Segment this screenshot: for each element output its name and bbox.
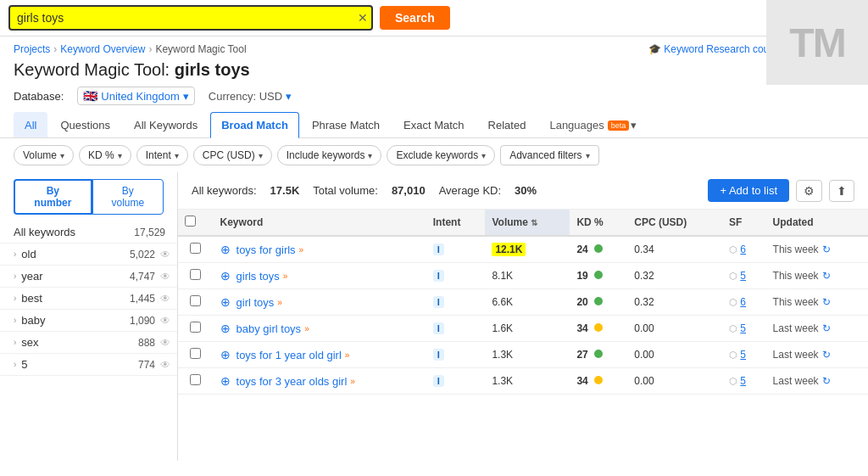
refresh-icon[interactable]: ↻ bbox=[822, 349, 831, 361]
row-cpc-cell: 0.32 bbox=[627, 263, 722, 289]
tab-languages[interactable]: Languages beta ▾ bbox=[538, 112, 648, 137]
sf-value[interactable]: 6 bbox=[740, 296, 746, 308]
refresh-icon[interactable]: ↻ bbox=[822, 375, 831, 387]
row-checkbox-cell bbox=[178, 236, 214, 263]
add-to-list-button[interactable]: + Add to list bbox=[708, 179, 789, 202]
keyword-link[interactable]: toys for 3 year olds girl bbox=[236, 375, 348, 388]
filter-include[interactable]: Include keywords ▾ bbox=[277, 145, 382, 165]
filter-intent[interactable]: Intent ▾ bbox=[136, 145, 188, 165]
eye-icon[interactable]: 👁 bbox=[160, 249, 170, 260]
filter-volume[interactable]: Volume ▾ bbox=[14, 145, 74, 165]
refresh-icon[interactable]: ↻ bbox=[822, 244, 831, 255]
search-button[interactable]: Search bbox=[380, 6, 450, 30]
add-keyword-icon[interactable]: ⊕ bbox=[220, 322, 231, 335]
sf-value[interactable]: 5 bbox=[740, 375, 746, 387]
eye-icon[interactable]: 👁 bbox=[160, 271, 170, 283]
row-volume-cell: 1.3K bbox=[485, 368, 570, 395]
filter-kd[interactable]: KD % ▾ bbox=[79, 145, 131, 165]
row-checkbox[interactable] bbox=[190, 348, 201, 359]
updated-value: Last week ↻ bbox=[773, 349, 861, 361]
search-input[interactable] bbox=[8, 5, 373, 31]
database-label: Database: bbox=[14, 90, 64, 103]
sidebar-item-old[interactable]: › old 5,022 👁 bbox=[0, 244, 177, 266]
export-icon-button[interactable]: ⬆ bbox=[829, 180, 854, 202]
add-keyword-icon[interactable]: ⊕ bbox=[220, 243, 231, 256]
clear-button[interactable]: ✕ bbox=[358, 11, 368, 25]
updated-value: This week ↻ bbox=[773, 244, 861, 255]
row-checkbox[interactable] bbox=[190, 295, 201, 306]
sf-icon[interactable]: ⬡ bbox=[729, 350, 737, 360]
sf-icon[interactable]: ⬡ bbox=[729, 323, 737, 333]
tab-phrase-match[interactable]: Phrase Match bbox=[301, 112, 391, 137]
col-volume[interactable]: Volume ⇅ bbox=[485, 210, 570, 236]
sf-icon[interactable]: ⬡ bbox=[729, 297, 737, 307]
eye-icon[interactable]: 👁 bbox=[160, 337, 170, 349]
row-intent-cell: I bbox=[426, 289, 486, 316]
sidebar-item-year[interactable]: › year 4,747 👁 bbox=[0, 266, 177, 288]
keyword-link[interactable]: girls toys bbox=[236, 270, 280, 283]
keyword-link[interactable]: girl toys bbox=[236, 296, 275, 309]
sidebar-item-5[interactable]: › 5 774 👁 bbox=[0, 354, 177, 376]
sf-value[interactable]: 6 bbox=[740, 244, 746, 255]
filter-advanced[interactable]: Advanced filters ▾ bbox=[500, 145, 598, 165]
add-keyword-icon[interactable]: ⊕ bbox=[220, 348, 231, 361]
eye-icon[interactable]: 👁 bbox=[160, 293, 170, 305]
chevron-right-icon: › bbox=[14, 249, 16, 259]
volume-value: 1.6K bbox=[492, 322, 513, 334]
keyword-link[interactable]: baby girl toys bbox=[236, 322, 302, 335]
row-checkbox[interactable] bbox=[190, 269, 201, 280]
select-all-checkbox[interactable] bbox=[185, 216, 196, 227]
toggle-by-number[interactable]: By number bbox=[14, 179, 92, 215]
sidebar-item-sex[interactable]: › sex 888 👁 bbox=[0, 332, 177, 354]
page-title-row: Keyword Magic Tool: girls toys bbox=[0, 57, 868, 85]
sf-value[interactable]: 5 bbox=[740, 270, 746, 282]
settings-icon-button[interactable]: ⚙ bbox=[796, 180, 822, 202]
tab-exact-match[interactable]: Exact Match bbox=[392, 112, 476, 137]
add-keyword-icon[interactable]: ⊕ bbox=[220, 269, 231, 283]
row-checkbox[interactable] bbox=[190, 243, 201, 254]
row-checkbox[interactable] bbox=[190, 322, 201, 333]
sf-icon[interactable]: ⬡ bbox=[729, 271, 737, 281]
chevron-down-icon: ▾ bbox=[481, 151, 486, 160]
database-selector[interactable]: 🇬🇧 United Kingdom ▾ bbox=[77, 87, 195, 105]
kd-value: 19 bbox=[576, 270, 587, 282]
row-checkbox[interactable] bbox=[190, 374, 201, 385]
filter-exclude[interactable]: Exclude keywords ▾ bbox=[387, 145, 495, 165]
refresh-icon[interactable]: ↻ bbox=[822, 296, 831, 308]
breadcrumb-keyword-overview[interactable]: Keyword Overview bbox=[60, 43, 145, 55]
keyword-link[interactable]: toys for 1 year old girl bbox=[236, 349, 342, 361]
intent-badge: I bbox=[433, 244, 444, 255]
eye-icon[interactable]: 👁 bbox=[160, 359, 170, 371]
add-keyword-icon[interactable]: ⊕ bbox=[220, 295, 231, 309]
tab-all-keywords[interactable]: All Keywords bbox=[123, 112, 209, 137]
tab-questions[interactable]: Questions bbox=[49, 112, 121, 137]
toggle-by-volume[interactable]: By volume bbox=[92, 179, 164, 215]
refresh-icon[interactable]: ↻ bbox=[822, 270, 831, 282]
refresh-icon[interactable]: ↻ bbox=[822, 322, 831, 334]
keyword-research-course-link[interactable]: 🎓 Keyword Research course bbox=[648, 43, 783, 55]
add-keyword-icon[interactable]: ⊕ bbox=[220, 374, 231, 388]
kd-dot bbox=[594, 376, 603, 384]
keyword-link[interactable]: toys for girls bbox=[236, 244, 296, 256]
sf-value[interactable]: 5 bbox=[740, 349, 746, 361]
tab-all[interactable]: All bbox=[14, 112, 47, 137]
tab-broad-match[interactable]: Broad Match bbox=[210, 112, 299, 138]
sidebar-item-all-keywords[interactable]: All keywords 17,529 bbox=[0, 221, 177, 244]
sf-value[interactable]: 5 bbox=[740, 322, 746, 334]
row-checkbox-cell bbox=[178, 289, 214, 316]
keyword-name: ⊕ baby girl toys » bbox=[220, 322, 420, 335]
sf-icon[interactable]: ⬡ bbox=[729, 376, 737, 386]
sidebar-item-baby[interactable]: › baby 1,090 👁 bbox=[0, 310, 177, 332]
keywords-table: Keyword Intent Volume ⇅ KD % CPC (USD) S… bbox=[178, 210, 868, 395]
page-title-prefix: Keyword Magic Tool: bbox=[14, 60, 170, 79]
currency-selector[interactable]: Currency: USD ▾ bbox=[209, 90, 292, 103]
sf-icon[interactable]: ⬡ bbox=[729, 244, 737, 255]
breadcrumb-projects[interactable]: Projects bbox=[14, 43, 50, 55]
sidebar-label: year bbox=[21, 270, 130, 283]
filter-cpc[interactable]: CPC (USD) ▾ bbox=[193, 145, 272, 165]
sidebar-item-best[interactable]: › best 1,445 👁 bbox=[0, 288, 177, 310]
updated-value: Last week ↻ bbox=[773, 375, 861, 387]
tab-related[interactable]: Related bbox=[477, 112, 537, 137]
eye-icon[interactable]: 👁 bbox=[160, 315, 170, 327]
row-keyword-cell: ⊕ baby girl toys » bbox=[214, 316, 426, 342]
